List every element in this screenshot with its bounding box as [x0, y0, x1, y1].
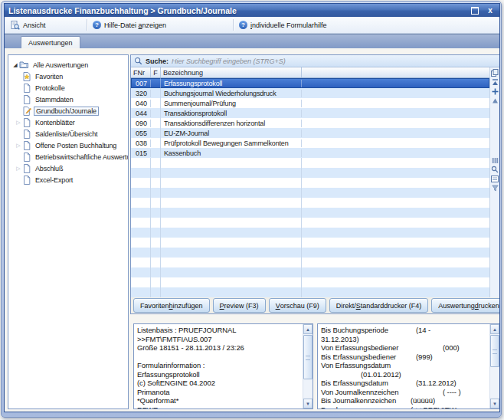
toolbar-button-formularhilfe[interactable]: ? individuelle Formularhilfe [236, 18, 330, 31]
tab-band: Auswertungen [5, 34, 499, 49]
scroll-top-icon[interactable] [490, 77, 499, 87]
tree-label: Grundbuch/Journale [34, 107, 99, 116]
toolbar-button-hilfe-datei[interactable]: ? Hilfe-Datei anzeigen [90, 18, 231, 31]
sidebar-item-saldenliste[interactable]: Saldenliste/Übersicht [8, 128, 128, 139]
page-icon [22, 130, 31, 139]
direct-print-button[interactable]: Direkt/Standarddrucker (F4) [329, 298, 429, 313]
scroll-down-arrow[interactable]: ▼ [490, 399, 499, 409]
expander-closed-icon[interactable]: ▷ [15, 120, 22, 126]
favorites-icon [22, 72, 31, 81]
page-icon [22, 164, 31, 173]
tree-label: Excel-Export [34, 176, 74, 184]
folder-icon [19, 61, 29, 69]
tree-label: Alle Auswertungen [31, 61, 90, 69]
content-area: ◢ Alle Auswertungen Favoriten [5, 48, 499, 412]
expander-closed-icon[interactable]: ▷ [15, 166, 22, 172]
table-header: FNr F Bezeichnung [131, 67, 489, 78]
search-small-icon[interactable] [490, 165, 499, 174]
table-row[interactable]: 090Transaktionsdifferenzen horizontal [131, 118, 489, 128]
help-icon: ? [239, 21, 247, 29]
scroll-up-arrow[interactable]: ▲ [490, 324, 499, 334]
expander-open-icon[interactable]: ◢ [11, 62, 19, 68]
toolbar: Ansicht ? Hilfe-Datei anzeigen ? individ… [5, 17, 499, 34]
table-row[interactable]: 044Transaktionsprotokoll [131, 108, 489, 118]
toolbar-label: Hilfe-Datei anzeigen [104, 21, 166, 29]
scroll-up-arrow[interactable]: ▲ [303, 324, 313, 334]
sidebar-item-alle-auswertungen[interactable]: ◢ Alle Auswertungen [8, 59, 128, 71]
column-header-empty [302, 67, 489, 77]
preview-button[interactable]: Preview (F3) [213, 298, 266, 313]
table-row[interactable]: 038Prüfprotokoll Bewegungen Sammelkonten [131, 138, 489, 148]
sidebar-item-stammdaten[interactable]: Stammdaten [8, 94, 128, 105]
close-icon: x [488, 7, 493, 15]
scrollbar-vertical[interactable]: ▲ ▼ [303, 324, 313, 409]
window-title: Listenausdrucke Finanzbuchhaltung > Grun… [8, 6, 470, 15]
sidebar-item-bwa[interactable]: Betriebswirtschaftliche Auswertungen [8, 151, 128, 162]
tree-label: Abschluß [34, 165, 64, 172]
page-icon [22, 153, 31, 162]
page-icon [22, 84, 31, 93]
help-icon: ? [93, 21, 101, 29]
sidebar-item-favoriten[interactable]: Favoriten [8, 71, 128, 82]
maximize-button[interactable] [470, 6, 480, 15]
table-row[interactable]: 055EU-ZM-Journal [131, 128, 489, 138]
tree-label: Saldenliste/Übersicht [34, 130, 99, 138]
report-list-panel: Suche: FNr F Bezeichnung 007Erfassungspr… [130, 54, 500, 314]
toolbar-label: Ansicht [23, 21, 46, 29]
sidebar-item-protokolle[interactable]: Protokolle [8, 82, 128, 94]
sidebar-item-abschluss[interactable]: ▷ Abschluß [8, 162, 128, 174]
view-icon [11, 21, 20, 30]
window-titlebar: Listenausdrucke Finanzbuchhaltung > Grun… [5, 4, 499, 17]
sidebar-item-kontenblaetter[interactable]: ▷ Kontenblätter [8, 116, 128, 128]
columns-icon[interactable] [490, 156, 499, 165]
page-icon [22, 176, 31, 185]
parameter-text: Bis Buchungsperiode(14 - 31.12.2013) Von… [318, 324, 489, 409]
scrollbar-thumb[interactable] [490, 335, 499, 367]
window-body: Listenausdrucke Finanzbuchhaltung > Grun… [4, 3, 500, 412]
screen: Listenausdrucke Finanzbuchhaltung > Grun… [0, 0, 504, 420]
table-row[interactable]: 040Summenjournal/Prüfung [131, 98, 489, 108]
toolbar-label: individuelle Formularhilfe [250, 21, 327, 29]
search-bar: Suche: [131, 55, 499, 67]
close-button[interactable]: x [485, 6, 496, 15]
page-icon [22, 141, 31, 150]
scroll-up-icon[interactable] [490, 96, 499, 105]
maximize-icon [471, 7, 479, 15]
print-report-button[interactable]: Auswertung drucken [431, 298, 500, 313]
tree-label: Betriebswirtschaftliche Auswertungen [34, 153, 129, 161]
copy-icon[interactable] [490, 68, 499, 77]
table-row[interactable]: 015Kassenbuch [131, 148, 489, 158]
grid-side-toolbar [489, 67, 499, 297]
column-header-bezeichnung[interactable]: Bezeichnung [161, 67, 302, 77]
table-row[interactable]: 320Buchungsjournal Wiederholungsdruck [131, 88, 489, 98]
sidebar-item-excel-export[interactable]: Excel-Export [8, 174, 128, 185]
add-favorite-button[interactable]: Favoriten hinzufügen [133, 298, 210, 313]
scroll-down-arrow[interactable]: ▼ [303, 399, 313, 409]
page-edit-icon [22, 107, 31, 116]
toolbar-button-ansicht[interactable]: Ansicht [8, 18, 84, 31]
add-icon[interactable] [490, 87, 499, 96]
page-icon [22, 118, 31, 127]
toolbar-separator [87, 19, 87, 31]
scrollbar-thumb[interactable] [303, 335, 313, 379]
expander-closed-icon[interactable]: ▷ [15, 143, 22, 149]
window: Listenausdrucke Finanzbuchhaltung > Grun… [1, 1, 502, 418]
tree-label: Stammdaten [34, 96, 75, 103]
column-header-fnr[interactable]: FNr [131, 67, 151, 77]
details-icon[interactable] [490, 174, 499, 183]
search-icon [134, 57, 142, 65]
table-row[interactable]: 007Erfassungsprotokoll [131, 78, 489, 88]
scrollbar-vertical[interactable]: ▲ ▼ [489, 324, 499, 409]
tab-auswertungen[interactable]: Auswertungen [21, 36, 80, 49]
column-header-f[interactable]: F [151, 67, 161, 77]
sidebar-item-offene-posten[interactable]: ▷ Offene Posten Buchhaltung [8, 139, 128, 151]
tree-label: Kontenblätter [34, 119, 77, 126]
filter-icon[interactable] [490, 183, 499, 192]
sidebar-item-grundbuch-journale[interactable]: Grundbuch/Journale [8, 105, 128, 116]
search-input[interactable] [172, 57, 496, 65]
parameter-panel: Bis Buchungsperiode(14 - 31.12.2013) Von… [317, 323, 500, 409]
vorschau-button[interactable]: Vorschau (F9) [269, 298, 326, 313]
tree-label: Favoriten [34, 73, 64, 80]
window-controls: x [470, 6, 496, 15]
sidebar-tree: ◢ Alle Auswertungen Favoriten [8, 54, 129, 409]
